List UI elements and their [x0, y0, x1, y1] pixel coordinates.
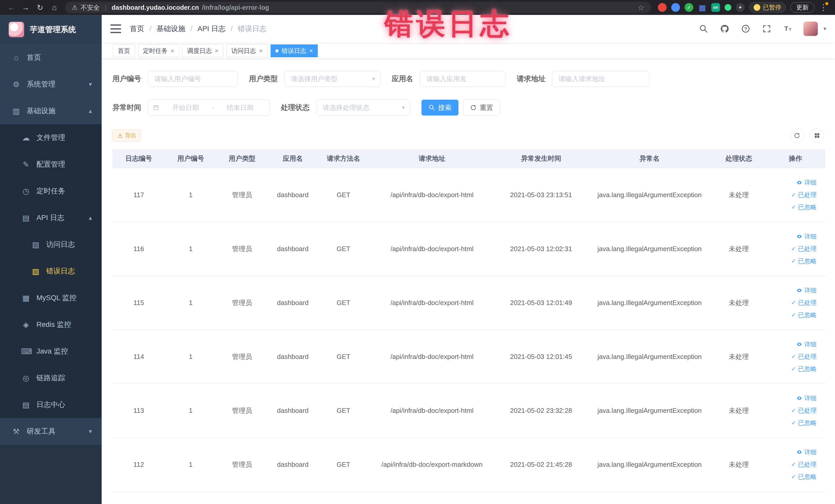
columns-button[interactable]	[810, 128, 824, 143]
search-icon[interactable]	[698, 23, 709, 34]
browser-menu-icon[interactable]: ⋮	[819, 3, 828, 12]
sidebar-item-cron-job[interactable]: ◷ 定时任务	[0, 178, 102, 204]
close-icon[interactable]: ×	[259, 48, 263, 54]
sidebar-item-log-center[interactable]: ▤ 日志中心	[0, 391, 102, 418]
extension-icon[interactable]	[658, 3, 667, 12]
detail-link[interactable]: 详细	[796, 340, 816, 348]
main-area: 首页 / 基础设施 / API 日志 / 错误日志 ▾	[102, 15, 835, 504]
refresh-button[interactable]	[790, 128, 804, 143]
warning-icon: ⚠	[72, 4, 78, 11]
cell-exception: java.lang.IllegalArgumentException	[587, 330, 712, 384]
github-icon[interactable]	[719, 23, 730, 34]
user-id-input[interactable]	[148, 71, 238, 87]
help-icon[interactable]	[740, 23, 751, 34]
address-bar[interactable]: ⚠ 不安全 | dashboard.yudao.iocoder.cn /infr…	[65, 2, 651, 13]
sidebar-item-dev-tools[interactable]: ⚒ 研发工具 ▾	[0, 418, 102, 445]
update-dot	[825, 2, 828, 5]
back-icon[interactable]: ←	[5, 2, 18, 13]
cell-user-id: 1	[165, 438, 217, 491]
tab-access-log[interactable]: 访问日志 ×	[226, 44, 267, 57]
ignored-link[interactable]: ✓已忽略	[791, 473, 816, 481]
check-icon: ✓	[791, 246, 796, 251]
update-button[interactable]: 更新	[790, 2, 814, 13]
user-type-select[interactable]: 请选择用户类型 ▾	[284, 71, 381, 87]
cell-log-id: 117	[113, 168, 165, 222]
caret-down-icon[interactable]: ▾	[823, 25, 826, 32]
error-log-table: 日志编号 用户编号 用户类型 应用名 请求方法名 请求地址 异常发生时间 异常名…	[113, 149, 825, 492]
ignored-link[interactable]: ✓已忽略	[791, 365, 816, 373]
tab-error-log[interactable]: 错误日志 ×	[270, 44, 318, 57]
sidebar-item-label: 基础设施	[27, 106, 56, 116]
ignored-link[interactable]: ✓已忽略	[791, 419, 816, 427]
home-icon[interactable]: ⌂	[48, 2, 61, 13]
tab-cron-job[interactable]: 定时任务 ×	[138, 44, 179, 57]
search-button[interactable]: 搜索	[422, 100, 459, 116]
bookmark-star-icon[interactable]: ☆	[638, 3, 645, 12]
screen: ← → ↻ ⌂ ⚠ 不安全 | dashboard.yudao.iocoder.…	[0, 0, 835, 504]
sidebar-item-access-log[interactable]: ▧ 访问日志	[0, 231, 102, 258]
table-row: 115 1 管理员 dashboard GET /api/infra/db-do…	[113, 276, 825, 330]
export-button[interactable]: 导出	[113, 129, 141, 142]
sidebar-item-java-monitor[interactable]: ⌨ Java 监控	[0, 338, 102, 365]
extension-icon[interactable]: ▦	[698, 3, 707, 12]
avatar[interactable]	[803, 22, 818, 36]
ignored-link[interactable]: ✓已忽略	[791, 257, 816, 265]
download-icon	[117, 133, 123, 138]
extension-icon[interactable]: ✦	[736, 3, 745, 12]
ignored-link[interactable]: ✓已忽略	[791, 203, 816, 211]
close-icon[interactable]: ×	[215, 48, 219, 54]
sidebar-item-infra[interactable]: ▥ 基础设施 ▴	[0, 98, 102, 124]
close-icon[interactable]: ×	[171, 48, 174, 54]
forward-icon[interactable]: →	[19, 2, 32, 13]
sidebar-item-redis-monitor[interactable]: ◈ Redis 监控	[0, 311, 102, 338]
process-status-select[interactable]: 请选择处理状态 ▾	[316, 100, 410, 116]
cell-status: 未处理	[712, 222, 766, 276]
breadcrumb-item[interactable]: 基础设施	[157, 24, 185, 34]
sidebar-item-config-manage[interactable]: ✎ 配置管理	[0, 151, 102, 178]
tab-home[interactable]: 首页	[113, 44, 135, 57]
font-size-icon[interactable]	[782, 23, 793, 34]
request-url-input[interactable]	[552, 71, 649, 87]
extension-icon[interactable]: ✓	[685, 3, 693, 12]
extension-icon[interactable]	[725, 4, 731, 11]
date-range-picker[interactable]: 开始日期 - 结束日期	[148, 100, 269, 116]
breadcrumb-item[interactable]: API 日志	[198, 24, 226, 34]
detail-link[interactable]: 详细	[796, 448, 816, 456]
detail-link[interactable]: 详细	[796, 286, 816, 295]
breadcrumb-item[interactable]: 首页	[130, 24, 144, 34]
column-header: 请求方法名	[318, 149, 369, 168]
cell-user-type: 管理员	[217, 330, 268, 384]
detail-link[interactable]: 详细	[796, 233, 816, 241]
extension-icon[interactable]	[671, 3, 680, 12]
paused-badge[interactable]: 已暂停	[749, 2, 786, 13]
processed-link[interactable]: ✓已处理	[791, 352, 816, 361]
breadcrumb-separator: /	[190, 25, 192, 33]
divider: |	[105, 4, 106, 11]
sidebar-item-trace[interactable]: ◎ 链路追踪	[0, 365, 102, 391]
detail-link[interactable]: 详细	[796, 178, 816, 187]
sidebar-item-system[interactable]: ⚙ 系统管理 ▾	[0, 71, 102, 98]
app-logo[interactable]: 芋道管理系统	[0, 15, 102, 44]
sidebar-item-mysql-monitor[interactable]: ▦ MySQL 监控	[0, 284, 102, 311]
processed-link[interactable]: ✓已处理	[791, 460, 816, 468]
ignored-link[interactable]: ✓已忽略	[791, 311, 816, 319]
hamburger-icon[interactable]	[110, 24, 121, 33]
app-name-input[interactable]	[420, 71, 505, 87]
cell-time: 2021-05-03 12:01:49	[495, 276, 587, 330]
processed-link[interactable]: ✓已处理	[791, 406, 816, 415]
extension-icon[interactable]: on	[711, 3, 720, 12]
fullscreen-icon[interactable]	[761, 23, 772, 34]
processed-link[interactable]: ✓已处理	[791, 191, 816, 199]
close-icon[interactable]: ×	[309, 48, 313, 54]
detail-link[interactable]: 详细	[796, 394, 816, 402]
processed-link[interactable]: ✓已处理	[791, 299, 816, 307]
reset-button[interactable]: 重置	[463, 100, 500, 116]
sidebar-item-error-log[interactable]: ▨ 错误日志	[0, 258, 102, 284]
sidebar-item-file-manage[interactable]: ☁ 文件管理	[0, 124, 102, 151]
sidebar-item-home[interactable]: ⌂ 首页	[0, 44, 102, 71]
filter-row-2: 异常时间 开始日期 - 结束日期 处理状态 请选择处理状态 ▾	[113, 100, 824, 116]
sidebar-item-api-log[interactable]: ▤ API 日志 ▴	[0, 204, 102, 231]
tab-schedule-log[interactable]: 调度日志 ×	[182, 44, 223, 57]
reload-icon[interactable]: ↻	[33, 2, 47, 13]
processed-link[interactable]: ✓已处理	[791, 245, 816, 253]
